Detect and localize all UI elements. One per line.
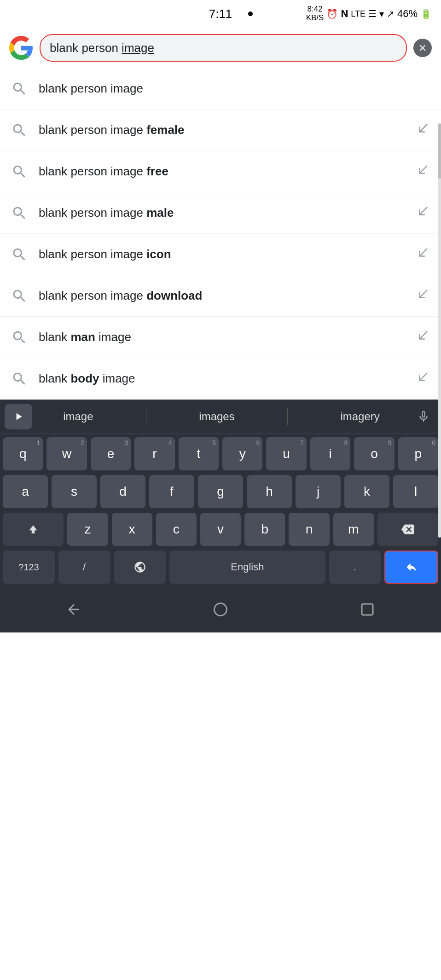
battery-pct: 46% <box>397 8 418 20</box>
key-y[interactable]: 6y <box>222 437 262 470</box>
search-icon-wrap <box>11 246 34 263</box>
key-h[interactable]: h <box>247 475 292 508</box>
key-space-english[interactable]: English <box>169 551 325 584</box>
svg-point-0 <box>214 603 226 616</box>
key-numbers[interactable]: ?123 <box>3 551 55 584</box>
svg-rect-1 <box>362 604 373 615</box>
search-icon <box>11 371 28 387</box>
search-icon-wrap <box>11 205 34 221</box>
suggestion-text: blank person image download <box>34 289 416 303</box>
scroll-thumb[interactable] <box>438 123 441 179</box>
suggestion-item[interactable]: blank man image <box>0 317 441 358</box>
search-icon <box>11 163 28 180</box>
key-d[interactable]: d <box>100 475 145 508</box>
arrow-icon <box>416 122 430 139</box>
nav-recents-button[interactable] <box>354 596 381 623</box>
key-c[interactable]: c <box>156 513 197 546</box>
suggestion-item[interactable]: blank body image <box>0 358 441 400</box>
key-m[interactable]: m <box>333 513 374 546</box>
search-icon-wrap <box>11 371 34 387</box>
key-n[interactable]: n <box>289 513 329 546</box>
search-icon <box>11 288 28 304</box>
search-icon-wrap <box>11 81 34 97</box>
arrow-icon <box>416 246 430 263</box>
key-g[interactable]: g <box>198 475 243 508</box>
keyboard-word-suggestions: image images imagery <box>32 408 411 425</box>
kb-speed: 8:42KB/S <box>306 5 324 22</box>
wifi-icon: ▾ <box>379 8 384 19</box>
arrow-icon <box>416 287 430 304</box>
search-query-underlined: image <box>122 41 154 55</box>
suggestion-text: blank man image <box>34 330 416 344</box>
suggestions-list: blank person image blank person image fe… <box>0 68 441 400</box>
search-icon-wrap <box>11 163 34 180</box>
suggestion-item[interactable]: blank person image male <box>0 192 441 234</box>
key-enter[interactable] <box>384 551 438 584</box>
suggestion-item[interactable]: blank person image female <box>0 110 441 151</box>
suggestion-text: blank person image male <box>34 206 416 220</box>
suggestion-word-2[interactable]: images <box>190 410 244 423</box>
key-globe[interactable] <box>114 551 166 584</box>
key-j[interactable]: j <box>296 475 341 508</box>
search-icon-wrap <box>11 288 34 304</box>
search-icon <box>11 122 28 139</box>
keyboard-expand-button[interactable] <box>5 404 32 429</box>
key-k[interactable]: k <box>344 475 389 508</box>
suggestion-word-3[interactable]: imagery <box>331 410 389 423</box>
suggestions-container: blank person image blank person image fe… <box>0 68 441 400</box>
n-icon: N <box>341 8 348 20</box>
battery-icon: 🔋 <box>420 8 432 19</box>
suggestion-item[interactable]: blank person image icon <box>0 234 441 275</box>
clear-button[interactable] <box>413 39 432 57</box>
status-right-icons: 8:42KB/S ⏰ N LTE ☰ ▾ ↗ 46% 🔋 <box>306 5 432 22</box>
key-w[interactable]: 2w <box>46 437 87 470</box>
key-f[interactable]: f <box>149 475 194 508</box>
keyboard-keys: 1q 2w 3e 4r 5t 6y 7u 8i 9o 0p a s d f g … <box>0 434 441 591</box>
suggestion-word-1[interactable]: image <box>54 410 102 423</box>
keyboard-row-2: a s d f g h j k l <box>3 475 438 508</box>
key-v[interactable]: v <box>200 513 241 546</box>
lte-icon: LTE <box>351 9 366 19</box>
google-logo <box>9 36 33 60</box>
keyboard-row-4: ?123 / English . <box>3 551 438 584</box>
status-bar: 7:11 8:42KB/S ⏰ N LTE ☰ ▾ ↗ 46% 🔋 <box>0 0 441 28</box>
key-p[interactable]: 0p <box>398 437 438 470</box>
key-t[interactable]: 5t <box>179 437 219 470</box>
microphone-button[interactable] <box>411 404 436 429</box>
key-backspace[interactable] <box>377 513 438 546</box>
nav-back-button[interactable] <box>60 596 87 623</box>
key-l[interactable]: l <box>393 475 438 508</box>
suggestion-item[interactable]: blank person image <box>0 68 441 110</box>
nav-home-button[interactable] <box>207 596 234 623</box>
suggestion-text: blank person image female <box>34 123 416 137</box>
suggestion-item[interactable]: blank person image free <box>0 151 441 192</box>
scroll-track[interactable] <box>438 123 441 538</box>
arrow-icon <box>416 204 430 221</box>
key-q[interactable]: 1q <box>3 437 43 470</box>
key-x[interactable]: x <box>112 513 152 546</box>
vibrate-icon: ☰ <box>368 8 377 19</box>
key-b[interactable]: b <box>244 513 285 546</box>
key-o[interactable]: 9o <box>354 437 394 470</box>
key-z[interactable]: z <box>67 513 108 546</box>
arrow-icon <box>416 370 430 387</box>
key-s[interactable]: s <box>52 475 97 508</box>
nav-bar <box>0 591 441 632</box>
keyboard-row-3: z x c v b n m <box>3 513 438 546</box>
key-slash[interactable]: / <box>58 551 110 584</box>
suggestion-item[interactable]: blank person image download <box>0 275 441 317</box>
key-a[interactable]: a <box>3 475 48 508</box>
key-i[interactable]: 8i <box>310 437 350 470</box>
key-shift[interactable] <box>3 513 64 546</box>
key-period[interactable]: . <box>329 551 381 584</box>
search-icon <box>11 329 28 346</box>
search-input[interactable]: blank person image <box>50 41 397 55</box>
search-input-wrapper[interactable]: blank person image <box>40 34 407 62</box>
suggestion-text: blank person image icon <box>34 247 416 261</box>
keyboard-area: image images imagery 1q 2w 3e 4r 5t 6y 7… <box>0 400 441 591</box>
suggestion-text: blank body image <box>34 371 416 386</box>
key-u[interactable]: 7u <box>266 437 306 470</box>
search-icon-wrap <box>11 122 34 139</box>
key-e[interactable]: 3e <box>91 437 131 470</box>
key-r[interactable]: 4r <box>134 437 174 470</box>
